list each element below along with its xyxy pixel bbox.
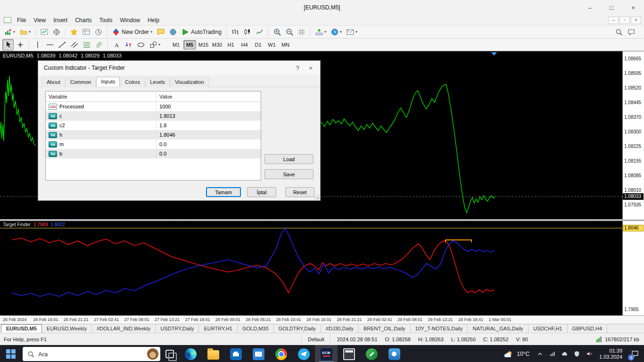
taskbar-app-green[interactable] [360,345,383,362]
child-window-control-1[interactable]: ▫ [619,16,630,24]
chart-tab-eurusd-m5[interactable]: EURUSD,M5 [1,324,42,333]
input-row-b[interactable]: Vab0.0 [46,149,261,158]
chart-tab-eurtry-h1[interactable]: EURTRY,H1 [199,325,238,333]
timeframe-m15-button[interactable]: M15 [197,40,210,49]
time-axis[interactable]: 26 Feb 202426 Feb 16:0126 Feb 21:2127 Fe… [0,315,644,324]
shapes-tool-button[interactable]: ▾ [148,39,162,50]
chart-tab--dollar-ind-weekly[interactable]: #DOLLAR_IND,Weekly [92,325,156,333]
data-window-button[interactable] [81,26,92,38]
autotrading-button[interactable]: AutoTrading [180,26,223,38]
maximize-button[interactable]: □ [601,0,622,15]
taskbar-app-store[interactable] [224,345,247,362]
timeframe-m1-button[interactable]: M1 [170,40,182,49]
cursor-tool-button[interactable] [2,39,14,50]
input-value-cell[interactable]: 1.8 [157,123,261,128]
timeframe-h4-button[interactable]: H4 [238,40,251,49]
new-chart-button[interactable]: ▾ [2,26,17,38]
bar-chart-button[interactable] [230,26,241,38]
line-chart-button[interactable] [254,26,265,38]
chart-tab-natural-gas-daily[interactable]: NATURAL_GAS,Daily [468,325,528,333]
start-button[interactable] [0,345,22,362]
taskbar-app-blue[interactable] [383,345,405,362]
timeframe-w1-button[interactable]: W1 [265,40,278,49]
chevron-up-button[interactable] [534,345,546,362]
chart-tab-eurusd-weekly[interactable]: EURUSD,Weekly [42,325,92,333]
indicator-price-scale[interactable]: 1.8046 1.7965 [622,221,644,315]
timeframe-m30-button[interactable]: M30 [211,40,223,49]
taskbar-app-chrome[interactable] [270,345,292,362]
chart-tab-gbpusd-h4[interactable]: GBPUSD,H4 [568,325,608,333]
input-row-processed[interactable]: 123Processed1000 [46,102,261,111]
taskbar-clock[interactable]: 01:39 1.03.2024 [595,348,626,360]
market-watch-button[interactable] [39,26,50,38]
child-window-control-0[interactable]: – [608,16,619,24]
defender-shield-button[interactable] [571,345,583,362]
taskbar-app-file-explorer[interactable] [202,345,224,362]
chart-tab-gold-m30[interactable]: GOLD,M30 [238,325,274,333]
menu-insert[interactable]: Insert [50,16,71,25]
timeframe-mn-button[interactable]: MN [279,40,292,49]
input-row-h[interactable]: Vah1.8046 [46,130,261,140]
input-value-cell[interactable]: 0.0 [157,141,261,147]
input-value-cell[interactable]: 1.8013 [157,113,261,119]
menu-view[interactable]: View [30,16,50,25]
horizontal-line-tool-button[interactable] [44,39,56,50]
chart-tab-usdchf-h1[interactable]: USDCHF,H1 [528,325,568,333]
search-button[interactable] [613,26,625,38]
timeframe-d1-button[interactable]: D1 [252,40,264,49]
grid-button[interactable] [296,26,307,38]
reset-button[interactable]: Reset [285,187,314,197]
chart-tab-brent-oil-daily[interactable]: BRENT_OIL,Daily [359,325,411,333]
zoom-out-button[interactable] [284,26,295,38]
ok-button[interactable]: Tamam [206,187,241,197]
new-order-button[interactable]: New Order▾ [110,26,154,38]
menu-help[interactable]: Help [144,16,163,25]
column-header-value[interactable]: Value [157,94,261,99]
task-view-button[interactable] [160,345,179,362]
column-header-variable[interactable]: Variable [46,91,157,101]
vertical-line-tool-button[interactable] [32,39,43,50]
pitchfork-tool-button[interactable] [93,39,105,50]
weather-widget[interactable]: 10°C [499,345,534,362]
dialog-help-button[interactable]: ? [291,63,304,73]
chart-shift-marker-icon[interactable] [491,52,497,56]
taskbar-app-mail[interactable] [247,345,270,362]
channel-tool-button[interactable] [69,39,80,50]
notification-center-button[interactable]: 3 [626,345,644,362]
trendline-tool-button[interactable] [57,39,68,50]
candlestick-chart-button[interactable] [242,26,253,38]
network-button[interactable] [546,345,559,362]
timeframe-m5-button[interactable]: M5 [183,40,196,49]
templates-button[interactable]: ▾ [345,26,359,38]
ellipse-tool-button[interactable] [135,39,147,50]
menu-charts[interactable]: Charts [71,16,95,25]
community-chat-button[interactable] [626,26,637,38]
dialog-tab-visualization[interactable]: Visualization [170,77,209,87]
save-button[interactable]: Save [264,169,314,179]
status-profile[interactable]: Default [302,337,330,342]
input-value-cell[interactable]: 0.0 [157,151,261,156]
arrows-tool-button[interactable] [123,39,134,50]
dialog-titlebar[interactable]: Custom Indicator - Target Finder ? × [38,61,320,75]
chart-tab-usdtry-daily[interactable]: USDTRY,Daily [156,325,199,333]
input-row-c2[interactable]: Vac21.8 [46,121,261,130]
zoom-in-button[interactable] [272,26,283,38]
indicator-pane[interactable]: Target Finder 1.7989 1.8022 [0,221,622,315]
load-button[interactable]: Load [264,154,314,164]
menu-tools[interactable]: Tools [96,16,116,25]
input-row-m[interactable]: Vam0.0 [46,140,261,149]
taskbar-app-edge[interactable] [179,345,202,362]
menu-window[interactable]: Window [116,16,144,25]
taskbar-app-telegram[interactable] [292,345,315,362]
search-highlight-image[interactable] [147,348,158,360]
fibonacci-tool-button[interactable] [81,39,92,50]
chart-tab-10y-t-notes-daily[interactable]: 10Y_T-NOTES,Daily [411,325,468,333]
volume-muted-button[interactable] [583,345,595,362]
strategy-tester-button[interactable] [93,26,104,38]
input-row-c[interactable]: Vac1.8013 [46,111,261,121]
taskbar-app-window[interactable] [338,345,360,362]
taskbar-app-metatrader-gcm[interactable]: GCM [315,345,338,362]
dialog-tab-colors[interactable]: Colors [120,77,145,87]
input-value-cell[interactable]: 1.8046 [157,132,261,138]
crosshair-tool-button[interactable] [15,39,26,50]
